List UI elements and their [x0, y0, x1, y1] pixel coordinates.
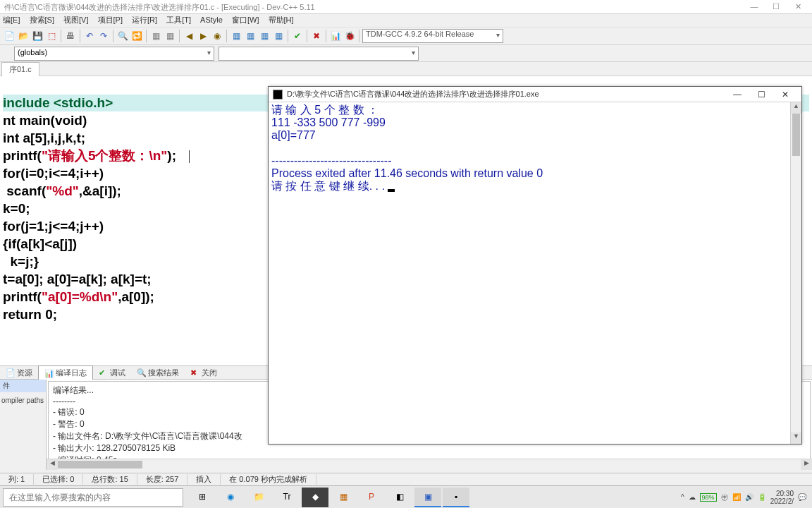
- search-icon: 🔍: [137, 368, 145, 377]
- app3-icon[interactable]: ▦: [330, 488, 357, 507]
- app4-icon[interactable]: ◧: [386, 488, 413, 507]
- print-icon[interactable]: 🖶: [64, 30, 77, 42]
- taskbar: ⊞ ◉ 📁 Tr ◆ ▦ P ◧ ▣ ▪ ^ ☁ 98% ㊥ 📶 🔊 🔋 20:…: [0, 485, 812, 508]
- console-close[interactable]: ✕: [773, 90, 797, 99]
- cat-item-b[interactable]: ompiler paths: [0, 392, 46, 409]
- error-icon[interactable]: ✖: [310, 30, 323, 42]
- profile-icon[interactable]: 📊: [329, 30, 342, 42]
- scroll-down-icon[interactable]: ▼: [791, 433, 801, 444]
- grid2-icon[interactable]: ▦: [244, 30, 257, 42]
- chart-icon: 📊: [44, 369, 53, 377]
- scope-toolbar: (globals): [0, 45, 812, 62]
- menu-search[interactable]: 搜索[S]: [30, 16, 54, 24]
- undo-icon[interactable]: ↶: [83, 30, 96, 42]
- tab-search-results[interactable]: 🔍搜索结果: [131, 366, 185, 380]
- scope-combo[interactable]: (globals): [14, 47, 214, 61]
- doc-icon: 📄: [6, 368, 14, 377]
- open-icon[interactable]: 📂: [17, 30, 30, 42]
- grid1-icon[interactable]: ▦: [230, 30, 242, 42]
- console-titlebar[interactable]: D:\教学文件\C语言\C语言微课\044改进的选择法排序\改进选择排序01.e…: [269, 87, 801, 102]
- app-title: 件\C语言\C语言微课\044改进的选择法排序\改进选择排序01.c - [Ex…: [4, 2, 315, 11]
- menu-astyle[interactable]: AStyle: [200, 16, 223, 24]
- edge-icon[interactable]: ◉: [217, 488, 244, 507]
- power-icon[interactable]: 🔋: [758, 493, 766, 501]
- status-col: 列: 1: [0, 474, 34, 485]
- status-ins: 插入: [187, 474, 221, 485]
- compile-icon[interactable]: ▦: [149, 30, 162, 42]
- debug-icon[interactable]: 🐞: [343, 30, 356, 42]
- scroll-thumb[interactable]: [58, 461, 142, 468]
- minimize-button[interactable]: —: [744, 2, 764, 11]
- fwd-icon[interactable]: ▶: [197, 30, 209, 42]
- check-icon[interactable]: ✔: [291, 30, 304, 42]
- close-button[interactable]: ✕: [788, 2, 808, 11]
- redo-icon[interactable]: ↷: [97, 30, 110, 42]
- scroll-left-icon[interactable]: ◀: [47, 459, 58, 470]
- status-parse: 在 0.079 秒内完成解析: [221, 474, 316, 485]
- cat-item-a[interactable]: 件: [0, 380, 46, 392]
- find-icon[interactable]: 🔍: [116, 30, 129, 42]
- console-minimize[interactable]: —: [725, 90, 749, 99]
- console-output[interactable]: 请 输 入 5 个 整 数 ： 111 -333 500 777 -999 a[…: [269, 102, 801, 444]
- exe-icon: [273, 90, 283, 99]
- wifi-icon[interactable]: 📶: [732, 493, 741, 501]
- system-tray[interactable]: ^ ☁ 98% ㊥ 📶 🔊 🔋 20:302022/2/ 💬: [675, 490, 812, 505]
- statusbar: 列: 1 已选择: 0 总行数: 15 长度: 257 插入 在 0.079 秒…: [0, 473, 812, 485]
- menu-window[interactable]: 窗口[W]: [232, 16, 259, 24]
- status-sel: 已选择: 0: [34, 474, 83, 485]
- devcpp-icon[interactable]: ▣: [414, 488, 441, 507]
- console-title: D:\教学文件\C语言\C语言微课\044改进的选择法排序\改进选择排序01.e…: [287, 89, 725, 99]
- app2-icon[interactable]: ◆: [302, 488, 328, 507]
- replace-icon[interactable]: 🔁: [130, 30, 143, 42]
- grid3-icon[interactable]: ▦: [258, 30, 271, 42]
- menu-project[interactable]: 项目[P]: [98, 16, 123, 24]
- menu-view[interactable]: 视图[V]: [63, 16, 88, 24]
- save-icon[interactable]: 💾: [31, 30, 44, 42]
- tab-debug[interactable]: ✔调试: [93, 366, 131, 380]
- console-scroll-thumb[interactable]: [792, 114, 800, 156]
- menu-run[interactable]: 运行[R]: [132, 16, 157, 24]
- tray-up-icon[interactable]: ^: [681, 493, 684, 501]
- run-icon[interactable]: ▦: [164, 30, 176, 42]
- check-icon: ✔: [99, 368, 107, 377]
- onedrive-icon[interactable]: ☁: [689, 493, 696, 501]
- scroll-right-icon[interactable]: ▶: [801, 459, 812, 470]
- console-window: D:\教学文件\C语言\C语言微课\044改进的选择法排序\改进选择排序01.e…: [268, 86, 802, 445]
- saveall-icon[interactable]: ⬚: [45, 30, 58, 42]
- taskbar-search[interactable]: [3, 488, 183, 507]
- explorer-icon[interactable]: 📁: [245, 488, 272, 507]
- close-icon: ✖: [190, 368, 199, 377]
- file-tabstrip: 序01.c: [0, 62, 812, 76]
- ime-icon[interactable]: ㊥: [721, 492, 728, 502]
- menubar: 编[E] 搜索[S] 视图[V] 项目[P] 运行[R] 工具[T] AStyl…: [0, 14, 812, 27]
- maximize-button[interactable]: ☐: [766, 2, 786, 11]
- tab-resources[interactable]: 📄资源: [0, 366, 38, 380]
- powerpoint-icon[interactable]: P: [358, 488, 385, 507]
- hscrollbar[interactable]: ◀ ▶: [47, 459, 812, 470]
- member-combo[interactable]: [219, 47, 419, 61]
- new-icon[interactable]: 📄: [3, 30, 16, 42]
- task-view-icon[interactable]: ⊞: [189, 488, 216, 507]
- scroll-up-icon[interactable]: ▲: [791, 102, 801, 114]
- taskbar-clock[interactable]: 20:302022/2/: [770, 490, 794, 505]
- file-tab[interactable]: 序01.c: [1, 62, 39, 76]
- category-list[interactable]: 件 ompiler paths: [0, 380, 47, 470]
- volume-icon[interactable]: 🔊: [745, 493, 753, 501]
- compiler-select[interactable]: TDM-GCC 4.9.2 64-bit Release: [362, 29, 503, 43]
- tab-close[interactable]: ✖关闭: [185, 366, 223, 380]
- back-icon[interactable]: ◀: [183, 30, 195, 42]
- console-maximize[interactable]: ☐: [749, 90, 773, 99]
- text-caret: [189, 150, 190, 163]
- battery-icon[interactable]: 98%: [700, 493, 717, 502]
- console-vscroll[interactable]: ▲ ▼: [790, 102, 801, 444]
- menu-edit[interactable]: 编[E]: [3, 16, 20, 24]
- bookmark-icon[interactable]: ◉: [211, 30, 223, 42]
- app1-icon[interactable]: Tr: [273, 488, 300, 507]
- notification-icon[interactable]: 💬: [798, 493, 806, 501]
- tab-compile-log[interactable]: 📊编译日志: [38, 365, 93, 380]
- console-task-icon[interactable]: ▪: [443, 488, 469, 507]
- menu-tools[interactable]: 工具[T]: [166, 16, 191, 24]
- grid4-icon[interactable]: ▦: [272, 30, 285, 42]
- menu-help[interactable]: 帮助[H]: [269, 16, 294, 24]
- status-len: 长度: 257: [137, 474, 187, 485]
